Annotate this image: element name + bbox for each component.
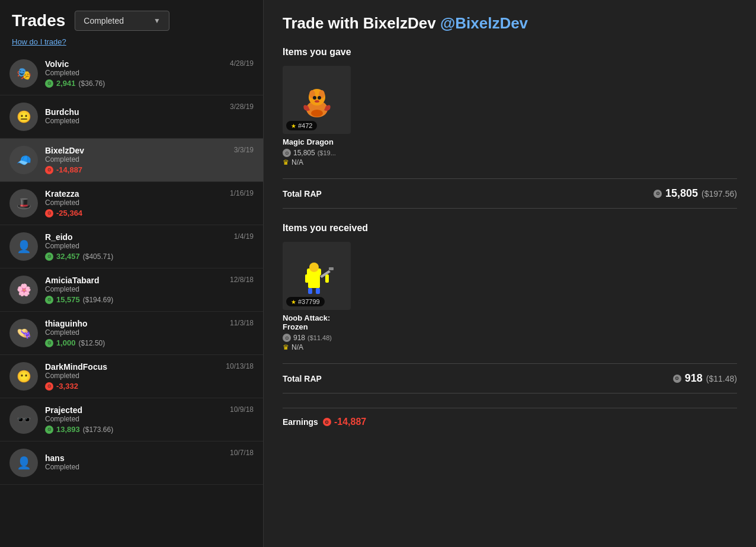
items-gave-grid: ★ #472 Magic Dragon ⊙ 15,805 ($19... ♛ N… bbox=[283, 66, 737, 167]
trade-info-volvic: VolvicCompleted⊙2,941($36.76) bbox=[45, 59, 254, 88]
trade-status-bixelzdev: Completed bbox=[45, 155, 254, 164]
trade-info-amiciatabard: AmiciaTabardCompleted⊙15,575($194.69) bbox=[45, 276, 254, 304]
total-rap-icon: ⊙ bbox=[654, 190, 662, 198]
trade-rap-value-prajected: 13,893 bbox=[56, 425, 80, 434]
trade-rap-darkmindfocus: ⊙-3,332 bbox=[45, 382, 254, 391]
trade-rap-usd-r_eido: ($405.71) bbox=[83, 252, 113, 261]
earnings-value: ⊙ -14,887 bbox=[323, 417, 366, 427]
trade-list-item-amiciatabard[interactable]: 🌸AmiciaTabardCompleted⊙15,575($194.69)12… bbox=[0, 268, 263, 312]
trade-list: 🎭VolvicCompleted⊙2,941($36.76)4/28/19😐Bu… bbox=[0, 52, 263, 547]
received-total-rap-row: Total RAP ⊙ 918 ($11.48) bbox=[283, 363, 737, 394]
trade-rap-value-volvic: 2,941 bbox=[56, 79, 76, 88]
trade-name-prajected: Prajected bbox=[45, 405, 254, 415]
trade-title-text: Trade with BixelzDev bbox=[283, 14, 436, 32]
gave-item-crown-value: N/A bbox=[291, 158, 303, 167]
avatar-thiaguinho: 👒 bbox=[9, 319, 38, 347]
svg-rect-14 bbox=[316, 288, 320, 294]
avatar-kratezza: 🎩 bbox=[9, 189, 38, 217]
items-gave-label: Items you gave bbox=[283, 47, 737, 57]
received-item-usd: ($11.48) bbox=[307, 334, 332, 341]
trade-date-burdchu: 3/28/19 bbox=[230, 103, 254, 111]
rap-circle-icon: ⊙ bbox=[45, 426, 53, 434]
star-icon-2: ★ bbox=[291, 299, 296, 305]
trade-name-darkmindfocus: DarkMindFocus bbox=[45, 362, 254, 372]
trade-list-item-darkmindfocus[interactable]: 😶DarkMindFocusCompleted⊙-3,33210/13/18 bbox=[0, 355, 263, 398]
items-received-section: Items you received bbox=[283, 223, 737, 351]
svg-rect-13 bbox=[308, 288, 312, 294]
trade-status-amiciatabard: Completed bbox=[45, 285, 254, 293]
left-header: Trades Completed ▼ bbox=[0, 0, 263, 37]
trade-list-item-prajected[interactable]: 🕶️PrajectedCompleted⊙13,893($173.66)10/9… bbox=[0, 398, 263, 442]
trade-status-burdchu: Completed bbox=[45, 117, 254, 125]
noob-attack-svg bbox=[296, 255, 338, 297]
received-item-badge: ★ #37799 bbox=[286, 297, 325, 306]
svg-point-5 bbox=[318, 96, 321, 100]
status-dropdown[interactable]: Completed ▼ bbox=[75, 11, 169, 31]
svg-rect-12 bbox=[325, 274, 329, 283]
trade-rap-usd-prajected: ($173.66) bbox=[83, 426, 113, 434]
dropdown-value: Completed bbox=[84, 16, 124, 25]
svg-point-4 bbox=[313, 96, 316, 100]
trade-rap-value-kratezza: -25,364 bbox=[56, 209, 82, 217]
trade-name-r_eido: R_eido bbox=[45, 232, 254, 242]
rap-circle-icon: ⊙ bbox=[45, 252, 53, 261]
rap-circle-icon: ⊙ bbox=[45, 166, 53, 174]
received-total-label: Total RAP bbox=[283, 374, 322, 383]
trade-rap-usd-thiaguinho: ($12.50) bbox=[79, 339, 105, 347]
trade-list-item-thiaguinho[interactable]: 👒thiaguinhoCompleted⊙1,000($12.50)11/3/1… bbox=[0, 312, 263, 355]
trade-rap-r_eido: ⊙32,457($405.71) bbox=[45, 252, 254, 261]
rap-circle-icon: ⊙ bbox=[45, 339, 53, 347]
avatar-darkmindfocus: 😶 bbox=[9, 362, 38, 391]
trade-info-prajected: PrajectedCompleted⊙13,893($173.66) bbox=[45, 405, 254, 434]
trade-list-item-bixelzdev[interactable]: 🧢BixelzDevCompleted⊙-14,8873/3/19 bbox=[0, 139, 263, 182]
trade-status-hans: Completed bbox=[45, 463, 254, 471]
trade-rap-value-darkmindfocus: -3,332 bbox=[56, 382, 78, 391]
trade-date-volvic: 4/28/19 bbox=[230, 59, 254, 68]
earnings-label: Earnings bbox=[283, 417, 318, 427]
crown-icon: ♛ bbox=[283, 158, 289, 167]
svg-point-7 bbox=[311, 110, 323, 117]
trade-list-item-r_eido[interactable]: 👤R_eidoCompleted⊙32,457($405.71)1/4/19 bbox=[0, 225, 263, 268]
svg-point-10 bbox=[309, 263, 319, 272]
received-item-noob-attack: ★ #37799 Noob Attack: Frozen ⊙ 918 ($11.… bbox=[283, 242, 351, 351]
trade-status-kratezza: Completed bbox=[45, 199, 254, 207]
gave-item-badge: ★ #472 bbox=[286, 121, 317, 130]
trade-rap-prajected: ⊙13,893($173.66) bbox=[45, 425, 254, 434]
how-to-trade-link[interactable]: How do I trade? bbox=[12, 37, 66, 46]
avatar-bixelzdev: 🧢 bbox=[9, 146, 38, 174]
earnings-amount: -14,887 bbox=[334, 417, 366, 427]
trade-status-volvic: Completed bbox=[45, 69, 254, 77]
svg-rect-11 bbox=[305, 274, 309, 283]
gave-item-rap-value: 15,805 bbox=[293, 149, 315, 157]
trade-list-item-hans[interactable]: 👤hansCompleted10/7/18 bbox=[0, 442, 263, 485]
avatar-prajected: 🕶️ bbox=[9, 405, 38, 434]
trade-info-r_eido: R_eidoCompleted⊙32,457($405.71) bbox=[45, 232, 254, 261]
trade-status-r_eido: Completed bbox=[45, 242, 254, 250]
trade-name-burdchu: Burdchu bbox=[45, 107, 254, 117]
trade-name-volvic: Volvic bbox=[45, 59, 254, 69]
trade-date-thiaguinho: 11/3/18 bbox=[230, 319, 254, 327]
trade-rap-value-amiciatabard: 15,575 bbox=[56, 295, 80, 304]
received-item-crown-value: N/A bbox=[291, 343, 303, 351]
avatar-burdchu: 😐 bbox=[9, 103, 38, 131]
rap-icon-2: ⊙ bbox=[283, 334, 291, 342]
trade-rap-thiaguinho: ⊙1,000($12.50) bbox=[45, 338, 254, 347]
dragon-svg bbox=[293, 76, 341, 124]
trade-status-prajected: Completed bbox=[45, 415, 254, 423]
total-rap-icon-2: ⊙ bbox=[673, 375, 681, 383]
rap-circle-icon: ⊙ bbox=[45, 79, 53, 88]
avatar-r_eido: 👤 bbox=[9, 232, 38, 261]
magic-dragon-image: ★ #472 bbox=[283, 66, 351, 134]
trade-date-bixelzdev: 3/3/19 bbox=[234, 146, 254, 154]
trade-date-prajected: 10/9/18 bbox=[230, 405, 254, 414]
avatar-amiciatabard: 🌸 bbox=[9, 276, 38, 304]
crown-icon-2: ♛ bbox=[283, 343, 289, 351]
gave-item-usd: ($19... bbox=[318, 149, 336, 156]
received-total-usd: ($11.48) bbox=[706, 374, 737, 383]
trade-list-item-volvic[interactable]: 🎭VolvicCompleted⊙2,941($36.76)4/28/19 bbox=[0, 52, 263, 95]
chevron-down-icon: ▼ bbox=[153, 17, 161, 25]
trade-list-item-burdchu[interactable]: 😐BurdchuCompleted3/28/19 bbox=[0, 95, 263, 139]
trade-info-kratezza: KratezzaCompleted⊙-25,364 bbox=[45, 189, 254, 217]
trade-list-item-kratezza[interactable]: 🎩KratezzaCompleted⊙-25,3641/16/19 bbox=[0, 182, 263, 225]
trade-detail-panel: Trade with BixelzDev @BixelzDev Items yo… bbox=[264, 0, 756, 547]
